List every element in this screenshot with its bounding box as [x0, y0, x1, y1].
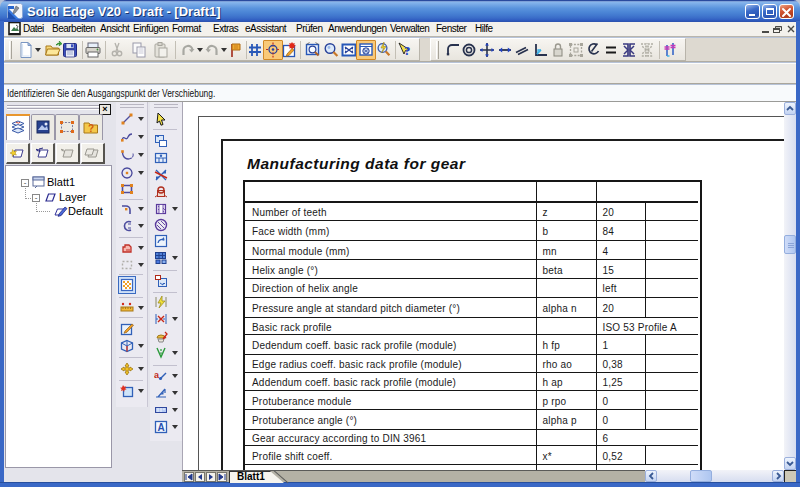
svg-text:A: A: [157, 422, 164, 433]
svg-text:?: ?: [88, 123, 94, 134]
svg-text:?: ?: [404, 43, 411, 58]
